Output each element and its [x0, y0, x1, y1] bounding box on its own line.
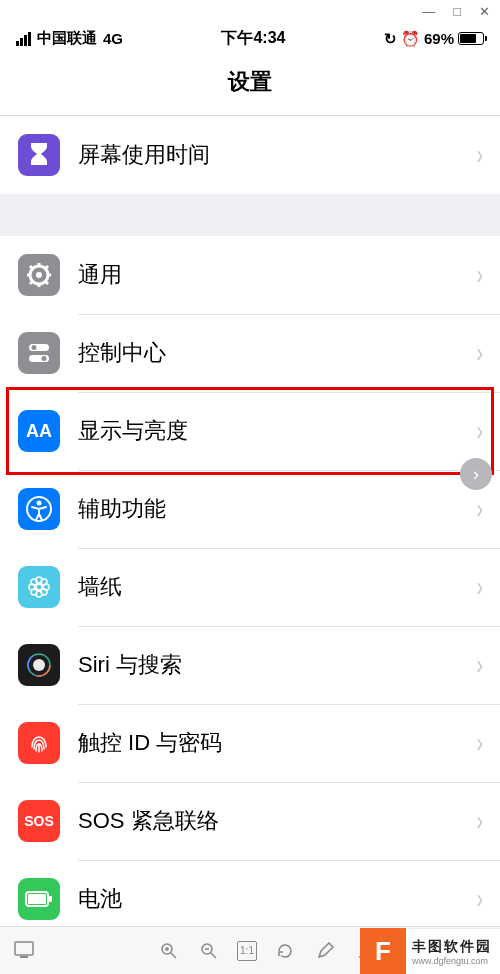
battery-icon — [458, 32, 484, 45]
row-label: 通用 — [78, 260, 475, 290]
battery-icon — [18, 878, 60, 920]
window-controls: — □ ✕ — [422, 4, 490, 19]
maximize-button[interactable]: □ — [453, 4, 461, 19]
row-control-center[interactable]: 控制中心 › — [0, 314, 500, 392]
battery-pct-label: 69% — [424, 30, 454, 47]
chevron-right-icon: › — [476, 259, 483, 291]
svg-line-6 — [30, 266, 33, 269]
fingerprint-icon — [18, 722, 60, 764]
svg-line-35 — [171, 953, 176, 958]
svg-line-39 — [211, 953, 216, 958]
row-display-brightness[interactable]: AA 显示与亮度 › — [0, 392, 500, 470]
close-button[interactable]: ✕ — [479, 4, 490, 19]
row-label: 辅助功能 — [78, 494, 475, 524]
chevron-right-icon: › — [476, 337, 483, 369]
toggles-icon — [18, 332, 60, 374]
svg-rect-33 — [20, 956, 28, 958]
gear-icon — [18, 254, 60, 296]
chevron-right-icon: › — [476, 493, 483, 525]
svg-point-16 — [36, 584, 42, 590]
page-title: 设置 — [0, 53, 500, 116]
settings-list[interactable]: 屏幕使用时间 › 通用 › 控制中心 › AA 显示与亮度 › — [0, 116, 500, 944]
row-label: 显示与亮度 — [78, 416, 475, 446]
signal-icon — [16, 32, 31, 46]
svg-point-1 — [36, 272, 42, 278]
device-view-icon[interactable] — [12, 938, 36, 962]
watermark: F 丰图软件园 www.dgfengtu.com — [360, 928, 500, 974]
edit-icon[interactable] — [313, 939, 337, 963]
scroll-indicator[interactable]: › — [460, 458, 492, 490]
svg-point-15 — [37, 501, 42, 506]
chevron-right-icon: › — [476, 571, 483, 603]
text-size-icon: AA — [18, 410, 60, 452]
row-general[interactable]: 通用 › — [0, 236, 500, 314]
zoom-out-icon[interactable] — [197, 939, 221, 963]
row-label: 墙纸 — [78, 572, 475, 602]
row-label: 控制中心 — [78, 338, 475, 368]
row-wallpaper[interactable]: 墙纸 › — [0, 548, 500, 626]
network-label: 4G — [103, 30, 123, 47]
carrier-label: 中国联通 — [37, 29, 97, 48]
rotate-icon[interactable] — [273, 939, 297, 963]
accessibility-icon — [18, 488, 60, 530]
chevron-right-icon: › — [476, 727, 483, 759]
row-label: Siri 与搜索 — [78, 650, 475, 680]
zoom-fit-button[interactable]: 1:1 — [237, 941, 257, 961]
svg-point-28 — [33, 659, 45, 671]
svg-line-9 — [45, 266, 48, 269]
hourglass-icon — [18, 134, 60, 176]
watermark-url: www.dgfengtu.com — [412, 956, 492, 966]
row-label: 触控 ID 与密码 — [78, 728, 475, 758]
row-screen-time[interactable]: 屏幕使用时间 › — [0, 116, 500, 194]
chevron-right-icon: › — [476, 883, 483, 915]
svg-line-7 — [45, 281, 48, 284]
sync-icon: ↻ — [384, 30, 397, 48]
row-label: 电池 — [78, 884, 475, 914]
flower-icon — [18, 566, 60, 608]
status-right: ↻ ⏰ 69% — [384, 30, 484, 48]
svg-rect-31 — [28, 894, 46, 904]
svg-rect-32 — [15, 942, 33, 955]
chevron-right-icon: › — [476, 649, 483, 681]
status-left: 中国联通 4G — [16, 29, 123, 48]
row-touch-id[interactable]: 触控 ID 与密码 › — [0, 704, 500, 782]
svg-rect-30 — [49, 896, 52, 902]
siri-icon — [18, 644, 60, 686]
row-siri[interactable]: Siri 与搜索 › — [0, 626, 500, 704]
chevron-right-icon: › — [476, 415, 483, 447]
svg-line-8 — [30, 281, 33, 284]
row-label: SOS 紧急联络 — [78, 806, 475, 836]
clock-label: 下午4:34 — [221, 28, 285, 49]
minimize-button[interactable]: — — [422, 4, 435, 19]
zoom-in-icon[interactable] — [157, 939, 181, 963]
sos-icon: SOS — [18, 800, 60, 842]
row-label: 屏幕使用时间 — [78, 140, 475, 170]
status-bar: 中国联通 4G 下午4:34 ↻ ⏰ 69% — [0, 20, 500, 53]
svg-point-11 — [32, 345, 37, 350]
watermark-title: 丰图软件园 — [412, 938, 492, 956]
chevron-right-icon: › — [476, 805, 483, 837]
svg-point-13 — [42, 356, 47, 361]
row-sos[interactable]: SOS SOS 紧急联络 › — [0, 782, 500, 860]
alarm-icon: ⏰ — [401, 30, 420, 48]
row-accessibility[interactable]: 辅助功能 › — [0, 470, 500, 548]
watermark-badge: F — [360, 928, 406, 974]
chevron-right-icon: › — [473, 464, 479, 485]
chevron-right-icon: › — [476, 139, 483, 171]
